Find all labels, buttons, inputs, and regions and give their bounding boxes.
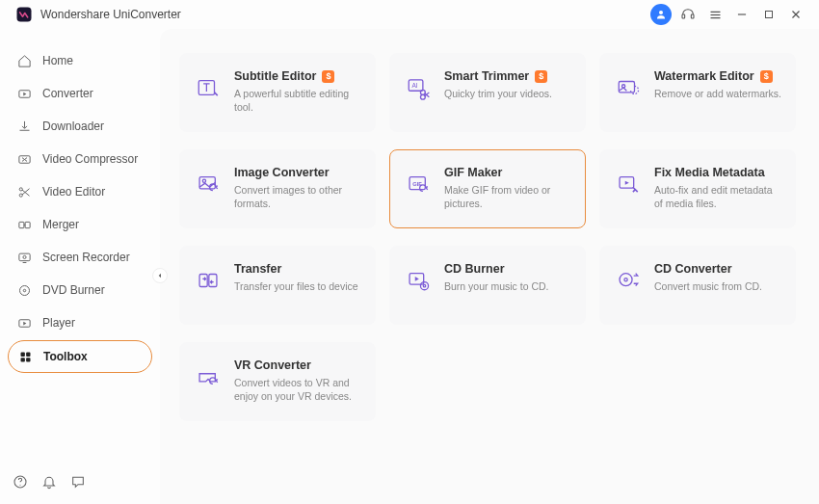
tool-desc: Burn your music to CD.: [444, 279, 571, 293]
merger-icon: [15, 216, 33, 233]
converter-icon: [15, 85, 33, 102]
cd-converter-icon: [614, 266, 643, 295]
transfer-icon: [194, 266, 223, 295]
sidebar-item-merger[interactable]: Merger: [8, 209, 152, 240]
sidebar-item-label: Screen Recorder: [42, 251, 130, 264]
svg-rect-2: [682, 14, 685, 18]
scissors-icon: [15, 183, 33, 200]
tool-title: Smart Trimmer: [444, 69, 529, 83]
svg-rect-35: [199, 177, 215, 189]
account-icon[interactable]: [650, 4, 672, 25]
metadata-icon: [614, 170, 643, 199]
hamburger-icon[interactable]: [704, 4, 726, 25]
tool-desc: Auto-fix and edit metadata of media file…: [654, 183, 781, 210]
svg-point-45: [620, 274, 632, 286]
svg-rect-15: [18, 222, 23, 227]
svg-rect-8: [766, 12, 773, 18]
tool-title: GIF Maker: [444, 166, 502, 179]
sidebar-item-downloader[interactable]: Downloader: [8, 111, 152, 142]
svg-point-18: [22, 255, 25, 258]
svg-point-36: [202, 179, 205, 182]
svg-point-46: [624, 279, 627, 281]
sidebar-item-converter[interactable]: Converter: [8, 78, 152, 109]
svg-point-1: [659, 11, 663, 14]
sidebar-item-label: Video Compressor: [42, 152, 138, 166]
close-icon[interactable]: [785, 4, 806, 25]
sidebar-item-label: Merger: [42, 218, 79, 231]
tool-desc: Transfer your files to device: [234, 279, 361, 293]
premium-badge: $: [322, 70, 334, 83]
sidebar-item-video-compressor[interactable]: Video Compressor: [8, 144, 152, 174]
svg-rect-16: [25, 222, 30, 227]
sidebar-collapse-button[interactable]: [152, 268, 168, 283]
premium-badge: $: [535, 70, 547, 83]
tool-vr-converter[interactable]: VR Converter Convert videos to VR and en…: [179, 342, 376, 421]
dvd-icon: [15, 281, 33, 299]
maximize-icon[interactable]: [758, 4, 779, 25]
sidebar-item-player[interactable]: Player: [8, 307, 152, 338]
watermark-icon: [614, 73, 643, 102]
tool-title: Subtitle Editor: [234, 69, 316, 83]
gif-icon: GIF: [404, 170, 433, 199]
tool-desc: Convert videos to VR and enjoy on your V…: [234, 376, 361, 403]
tool-title: Transfer: [234, 262, 281, 276]
svg-point-19: [19, 285, 29, 295]
sidebar-item-home[interactable]: Home: [8, 45, 152, 76]
tool-title: Image Converter: [234, 166, 330, 179]
vr-icon: [194, 362, 223, 391]
tool-desc: Make GIF from video or pictures.: [444, 183, 571, 210]
downloader-icon: [15, 118, 33, 135]
sidebar-item-label: DVD Burner: [42, 283, 105, 297]
app-title: Wondershare UniConverter: [40, 8, 181, 21]
sidebar-bottom: [8, 467, 152, 496]
svg-point-43: [420, 282, 428, 290]
tool-cd-burner[interactable]: CD Burner Burn your music to CD.: [389, 246, 586, 325]
sidebar-item-label: Player: [42, 316, 75, 330]
tool-subtitle-editor[interactable]: Subtitle Editor$ A powerful subtitle edi…: [179, 53, 376, 132]
sidebar-item-screen-recorder[interactable]: Screen Recorder: [8, 242, 152, 273]
tool-watermark-editor[interactable]: Watermark Editor$ Remove or add watermar…: [599, 53, 796, 132]
tool-desc: Convert images to other formats.: [234, 183, 361, 210]
tool-desc: Remove or add watermarks.: [654, 87, 781, 100]
svg-point-44: [423, 284, 425, 286]
tool-title: VR Converter: [234, 358, 311, 372]
svg-rect-25: [26, 358, 30, 361]
svg-rect-40: [199, 275, 207, 287]
toolbox-icon: [16, 348, 34, 365]
player-icon: [15, 314, 33, 332]
content-area: Subtitle Editor$ A powerful subtitle edi…: [160, 29, 819, 504]
svg-text:AI: AI: [412, 82, 418, 89]
tool-title: Fix Media Metadata: [654, 166, 765, 179]
tool-smart-trimmer[interactable]: AI Smart Trimmer$ Quicky trim your video…: [389, 53, 586, 132]
tool-grid: Subtitle Editor$ A powerful subtitle edi…: [179, 53, 800, 421]
titlebar: Wondershare UniConverter: [0, 0, 819, 29]
svg-rect-17: [18, 253, 29, 261]
support-icon[interactable]: [677, 4, 699, 25]
tool-title: CD Burner: [444, 262, 505, 276]
tool-cd-converter[interactable]: CD Converter Convert music from CD.: [599, 246, 796, 325]
sidebar-item-dvd-burner[interactable]: DVD Burner: [8, 275, 152, 305]
svg-point-20: [23, 289, 26, 292]
tool-transfer[interactable]: Transfer Transfer your files to device: [179, 246, 376, 325]
sidebar-item-label: Downloader: [42, 119, 104, 133]
tool-fix-metadata[interactable]: Fix Media Metadata Auto-fix and edit met…: [599, 149, 796, 228]
tool-gif-maker[interactable]: GIF GIF Maker Make GIF from video or pic…: [389, 149, 586, 228]
feedback-icon[interactable]: [69, 473, 87, 491]
minimize-icon[interactable]: [731, 4, 753, 25]
tool-desc: A powerful subtitle editing tool.: [234, 87, 361, 114]
sidebar-item-toolbox[interactable]: Toolbox: [8, 340, 152, 373]
premium-badge: $: [760, 70, 773, 83]
trimmer-icon: AI: [404, 73, 433, 102]
image-converter-icon: [194, 170, 223, 199]
tool-desc: Quicky trim your videos.: [444, 87, 571, 100]
sidebar-item-label: Home: [42, 54, 73, 67]
tool-image-converter[interactable]: Image Converter Convert images to other …: [179, 149, 376, 228]
tool-title: CD Converter: [654, 262, 732, 276]
help-icon[interactable]: [12, 473, 29, 491]
svg-rect-22: [20, 352, 24, 356]
app-logo-icon: [15, 6, 33, 23]
home-icon: [15, 52, 33, 69]
tool-title: Watermark Editor: [654, 69, 754, 83]
bell-icon[interactable]: [40, 473, 58, 491]
sidebar-item-video-editor[interactable]: Video Editor: [8, 176, 152, 207]
